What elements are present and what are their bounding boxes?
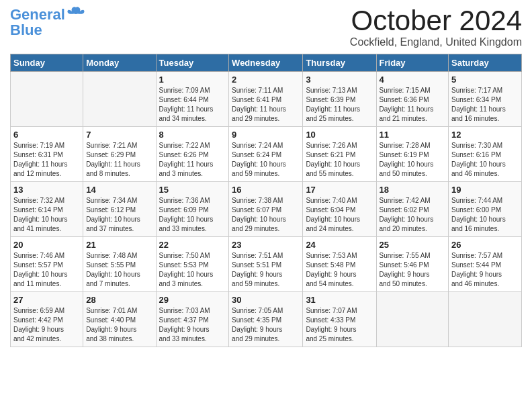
day-number: 5 bbox=[451, 75, 519, 85]
cell-content-line: Sunrise: 7:51 AM bbox=[232, 251, 300, 261]
cell-content-line: Sunset: 6:24 PM bbox=[232, 150, 300, 160]
cell-content-line: Daylight: 11 hours bbox=[159, 105, 226, 114]
cell-content-line: Sunset: 6:02 PM bbox=[380, 205, 446, 215]
cell-content-line: Daylight: 9 hours bbox=[380, 270, 446, 279]
day-number: 2 bbox=[232, 75, 300, 85]
cell-content-line: and 11 minutes. bbox=[13, 279, 80, 289]
cell-content-line: Sunset: 4:37 PM bbox=[159, 316, 226, 325]
cell-content-line: Daylight: 10 hours bbox=[159, 270, 226, 279]
cell-content-line: Sunrise: 6:59 AM bbox=[13, 306, 80, 316]
calendar-cell: 31Sunrise: 7:07 AMSunset: 4:33 PMDayligh… bbox=[303, 292, 376, 347]
cell-content-line: Sunset: 6:00 PM bbox=[451, 205, 519, 215]
calendar-cell: 5Sunrise: 7:17 AMSunset: 6:34 PMDaylight… bbox=[449, 72, 522, 127]
cell-content-line: Sunrise: 7:05 AM bbox=[232, 306, 300, 316]
cell-content-line: Sunrise: 7:13 AM bbox=[306, 86, 373, 95]
cell-content-line: Daylight: 10 hours bbox=[306, 160, 373, 169]
cell-content-line: Sunset: 5:51 PM bbox=[232, 261, 300, 270]
cell-content-line: and 59 minutes. bbox=[232, 279, 300, 289]
calendar-cell bbox=[11, 72, 83, 127]
cell-content-line: and 46 minutes. bbox=[451, 279, 519, 289]
day-number: 1 bbox=[159, 75, 226, 85]
cell-content-line: and 25 minutes. bbox=[306, 334, 373, 344]
day-number: 17 bbox=[306, 185, 373, 195]
cell-content-line: Sunrise: 7:24 AM bbox=[232, 141, 300, 150]
cell-content-line: and 50 minutes. bbox=[380, 169, 446, 179]
day-number: 19 bbox=[451, 185, 519, 195]
cell-content-line: Sunset: 6:09 PM bbox=[159, 205, 226, 215]
cell-content-line: Sunrise: 7:17 AM bbox=[451, 86, 519, 95]
column-header-monday: Monday bbox=[83, 54, 156, 72]
title-area: October 2024 Cockfield, England, United … bbox=[350, 7, 522, 48]
calendar-cell: 14Sunrise: 7:34 AMSunset: 6:12 PMDayligh… bbox=[83, 182, 156, 237]
cell-content-line: and 12 minutes. bbox=[13, 169, 80, 179]
calendar-cell: 11Sunrise: 7:28 AMSunset: 6:19 PMDayligh… bbox=[376, 127, 449, 182]
cell-content-line: and 8 minutes. bbox=[86, 169, 152, 179]
day-number: 11 bbox=[380, 130, 446, 140]
cell-content-line: Sunrise: 7:03 AM bbox=[159, 306, 226, 316]
cell-content-line: Daylight: 10 hours bbox=[451, 160, 519, 169]
calendar-cell: 20Sunrise: 7:46 AMSunset: 5:57 PMDayligh… bbox=[11, 237, 83, 292]
day-number: 8 bbox=[159, 130, 226, 140]
day-number: 4 bbox=[380, 75, 446, 85]
column-header-friday: Friday bbox=[376, 54, 449, 72]
cell-content-line: and 34 minutes. bbox=[159, 114, 226, 124]
cell-content-line: and 7 minutes. bbox=[86, 279, 152, 289]
calendar-header-row: SundayMondayTuesdayWednesdayThursdayFrid… bbox=[11, 54, 522, 72]
cell-content-line: Sunset: 6:26 PM bbox=[159, 150, 226, 160]
cell-content-line: and 33 minutes. bbox=[159, 224, 226, 234]
cell-content-line: Daylight: 9 hours bbox=[232, 270, 300, 279]
cell-content-line: Sunset: 5:46 PM bbox=[380, 261, 446, 270]
week-row-1: 1Sunrise: 7:09 AMSunset: 6:44 PMDaylight… bbox=[11, 72, 522, 127]
cell-content-line: Daylight: 11 hours bbox=[380, 105, 446, 114]
day-number: 22 bbox=[159, 240, 226, 250]
calendar-cell: 4Sunrise: 7:15 AMSunset: 6:36 PMDaylight… bbox=[376, 72, 449, 127]
cell-content-line: and 33 minutes. bbox=[159, 334, 226, 344]
cell-content-line: Sunrise: 7:38 AM bbox=[232, 196, 300, 205]
cell-content-line: Sunset: 6:29 PM bbox=[86, 150, 152, 160]
cell-content-line: Daylight: 11 hours bbox=[86, 160, 152, 169]
cell-content-line: Sunrise: 7:30 AM bbox=[451, 141, 519, 150]
calendar-cell: 22Sunrise: 7:50 AMSunset: 5:53 PMDayligh… bbox=[156, 237, 229, 292]
calendar-cell: 29Sunrise: 7:03 AMSunset: 4:37 PMDayligh… bbox=[156, 292, 229, 347]
week-row-2: 6Sunrise: 7:19 AMSunset: 6:31 PMDaylight… bbox=[11, 127, 522, 182]
cell-content-line: Daylight: 11 hours bbox=[306, 105, 373, 114]
cell-content-line: and 3 minutes. bbox=[159, 279, 226, 289]
cell-content-line: and 55 minutes. bbox=[306, 169, 373, 179]
cell-content-line: and 3 minutes. bbox=[159, 169, 226, 179]
cell-content-line: Daylight: 9 hours bbox=[159, 325, 226, 334]
cell-content-line: Sunset: 6:44 PM bbox=[159, 95, 226, 105]
column-header-saturday: Saturday bbox=[449, 54, 522, 72]
day-number: 24 bbox=[306, 240, 373, 250]
location: Cockfield, England, United Kingdom bbox=[350, 36, 522, 48]
day-number: 3 bbox=[306, 75, 373, 85]
calendar-cell: 12Sunrise: 7:30 AMSunset: 6:16 PMDayligh… bbox=[449, 127, 522, 182]
month-title: October 2024 bbox=[350, 7, 522, 35]
cell-content-line: Sunset: 4:42 PM bbox=[13, 316, 80, 325]
calendar-cell: 2Sunrise: 7:11 AMSunset: 6:41 PMDaylight… bbox=[229, 72, 303, 127]
cell-content-line: and 54 minutes. bbox=[306, 279, 373, 289]
calendar-cell: 25Sunrise: 7:55 AMSunset: 5:46 PMDayligh… bbox=[376, 237, 449, 292]
cell-content-line: Sunrise: 7:21 AM bbox=[86, 141, 152, 150]
cell-content-line: Daylight: 10 hours bbox=[380, 160, 446, 169]
cell-content-line: Sunset: 5:53 PM bbox=[159, 261, 226, 270]
cell-content-line: Sunset: 4:40 PM bbox=[86, 316, 152, 325]
week-row-5: 27Sunrise: 6:59 AMSunset: 4:42 PMDayligh… bbox=[11, 292, 522, 347]
cell-content-line: Sunset: 4:33 PM bbox=[306, 316, 373, 325]
day-number: 20 bbox=[13, 240, 80, 250]
cell-content-line: Daylight: 10 hours bbox=[451, 215, 519, 224]
day-number: 14 bbox=[86, 185, 152, 195]
cell-content-line: Sunset: 6:16 PM bbox=[451, 150, 519, 160]
cell-content-line: Sunrise: 7:15 AM bbox=[380, 86, 446, 95]
cell-content-line: Sunrise: 7:22 AM bbox=[159, 141, 226, 150]
cell-content-line: Daylight: 10 hours bbox=[86, 215, 152, 224]
cell-content-line: Sunset: 6:12 PM bbox=[86, 205, 152, 215]
calendar-table: SundayMondayTuesdayWednesdayThursdayFrid… bbox=[10, 54, 522, 347]
logo-bird-icon bbox=[66, 6, 85, 21]
calendar-cell: 18Sunrise: 7:42 AMSunset: 6:02 PMDayligh… bbox=[376, 182, 449, 237]
calendar-cell bbox=[376, 292, 449, 347]
cell-content-line: and 46 minutes. bbox=[451, 169, 519, 179]
cell-content-line: Daylight: 10 hours bbox=[86, 270, 152, 279]
day-number: 26 bbox=[451, 240, 519, 250]
calendar-cell: 30Sunrise: 7:05 AMSunset: 4:35 PMDayligh… bbox=[229, 292, 303, 347]
day-number: 13 bbox=[13, 185, 80, 195]
